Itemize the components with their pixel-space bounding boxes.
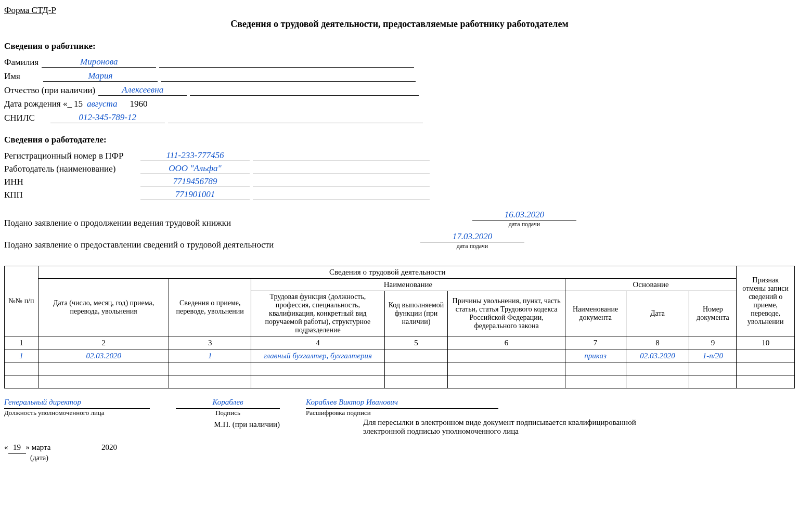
table-cell xyxy=(689,375,737,388)
date-year: 2020 xyxy=(101,443,117,451)
th-cancel: Признак отмены записи сведений о приеме,… xyxy=(737,266,795,336)
sig-sign-caption: Подпись xyxy=(176,409,280,417)
doc-title: Сведения о трудовой деятельности, предос… xyxy=(4,19,795,30)
table-cell xyxy=(565,375,626,388)
sig-sign: Кораблев xyxy=(212,398,243,406)
table-row xyxy=(5,375,795,388)
table-cell xyxy=(737,349,795,362)
label-reg-pfr: Регистрационный номер в ПФР xyxy=(4,151,137,161)
value-birth-day: 15 xyxy=(74,99,83,109)
table-cell: приказ xyxy=(565,349,626,362)
colnum: 1 xyxy=(5,336,38,349)
label-surname: Фамилия xyxy=(4,57,38,68)
table-cell xyxy=(169,375,251,388)
th-func: Трудовая функция (должность, профессия, … xyxy=(251,291,384,336)
value-name: Мария xyxy=(88,71,112,81)
date-day: 19 xyxy=(13,443,21,451)
value-snils: 012-345-789-12 xyxy=(79,112,136,122)
activity-table: №№ п/п Сведения о трудовой деятельности … xyxy=(4,266,795,388)
label-inn: ИНН xyxy=(4,177,137,187)
colnum: 4 xyxy=(251,336,384,349)
table-cell: 02.03.2020 xyxy=(626,349,689,362)
value-emp-name: ООО "Альфа" xyxy=(169,163,221,173)
form-code: Форма СТД-Р xyxy=(4,5,795,16)
employer-heading: Сведения о работодателе: xyxy=(4,135,795,145)
mp-label: М.П. (при наличии) xyxy=(4,420,280,436)
value-birth-year: 1960 xyxy=(130,99,148,109)
table-cell: 1 xyxy=(5,349,38,362)
colnum: 7 xyxy=(565,336,626,349)
table-cell xyxy=(448,362,565,375)
table-cell xyxy=(737,362,795,375)
colnum: 2 xyxy=(38,336,169,349)
th-date: Дата (число, месяц, год) приема, перевод… xyxy=(38,279,169,336)
table-cell: 02.03.2020 xyxy=(38,349,169,362)
label-kpp: КПП xyxy=(4,190,137,200)
th-basis-name: Наименование документа xyxy=(565,291,626,336)
sig-position-caption: Должность уполномоченного лица xyxy=(4,409,150,417)
table-cell xyxy=(38,375,169,388)
table-cell: 1-п/20 xyxy=(689,349,737,362)
table-cell xyxy=(384,375,448,388)
label-name: Имя xyxy=(4,71,20,82)
table-cell xyxy=(384,349,448,362)
table-cell xyxy=(448,375,565,388)
table-cell xyxy=(251,375,384,388)
table-cell xyxy=(448,349,565,362)
table-cell: главный бухгалтер, бухгалтерия xyxy=(251,349,384,362)
colnum: 3 xyxy=(169,336,251,349)
table-cell xyxy=(251,362,384,375)
date-caption: (дата) xyxy=(30,454,795,462)
th-top: Сведения о трудовой деятельности xyxy=(38,266,737,279)
th-basis-group: Основание xyxy=(565,279,737,291)
colnum: 6 xyxy=(448,336,565,349)
table-cell xyxy=(5,362,38,375)
value-kpp: 771901001 xyxy=(175,189,215,199)
value-patronymic: Алексеевна xyxy=(122,85,163,95)
label-request1: Подано заявление о продолжении ведения т… xyxy=(4,218,472,228)
table-row: 102.03.20201главный бухгалтер, бухгалтер… xyxy=(5,349,795,362)
table-cell xyxy=(626,375,689,388)
table-cell: 1 xyxy=(169,349,251,362)
sig-fullname-caption: Расшифровка подписи xyxy=(306,409,498,417)
date-month: марта xyxy=(32,443,51,451)
esign-note: Для пересылки в электронном виде докумен… xyxy=(363,418,654,436)
label-snils: СНИЛС xyxy=(4,113,35,123)
colnum: 5 xyxy=(384,336,448,349)
label-emp-name: Работодатель (наименование) xyxy=(4,164,137,174)
table-row xyxy=(5,362,795,375)
table-cell xyxy=(737,375,795,388)
th-code: Код выполняемой функции (при наличии) xyxy=(384,291,448,336)
table-cell xyxy=(5,375,38,388)
caption-request1: дата подачи xyxy=(472,220,576,228)
value-request2-date: 17.03.2020 xyxy=(453,231,493,241)
value-reg-pfr: 111-233-777456 xyxy=(166,150,224,160)
label-request2: Подано заявление о предоставлении сведен… xyxy=(4,240,472,250)
th-basis-num: Номер документа xyxy=(689,291,737,336)
colnum: 9 xyxy=(689,336,737,349)
label-birth: Дата рождения «_ xyxy=(4,99,72,109)
label-patronymic: Отчество (при наличии) xyxy=(4,85,95,96)
th-naimen-group: Наименование xyxy=(251,279,565,291)
value-request1-date: 16.03.2020 xyxy=(505,210,545,219)
sig-position: Генеральный директор xyxy=(4,398,81,406)
table-cell xyxy=(384,362,448,375)
table-cell xyxy=(169,362,251,375)
colnum: 8 xyxy=(626,336,689,349)
value-inn: 7719456789 xyxy=(173,176,217,186)
th-reasons: Причины увольнения, пункт, часть статьи,… xyxy=(448,291,565,336)
worker-heading: Сведения о работнике: xyxy=(4,41,795,51)
th-basis-date: Дата xyxy=(626,291,689,336)
value-birth-month: августа xyxy=(87,99,118,109)
caption-request2: дата подачи xyxy=(420,242,524,250)
colnum: 10 xyxy=(737,336,795,349)
table-cell xyxy=(565,362,626,375)
th-num: №№ п/п xyxy=(5,266,38,336)
value-surname: Миронова xyxy=(80,57,118,67)
table-cell xyxy=(626,362,689,375)
th-event: Сведения о приеме, переводе, увольнении xyxy=(169,279,251,336)
sig-fullname: Кораблев Виктор Иванович xyxy=(306,398,398,406)
table-cell xyxy=(689,362,737,375)
table-cell xyxy=(38,362,169,375)
